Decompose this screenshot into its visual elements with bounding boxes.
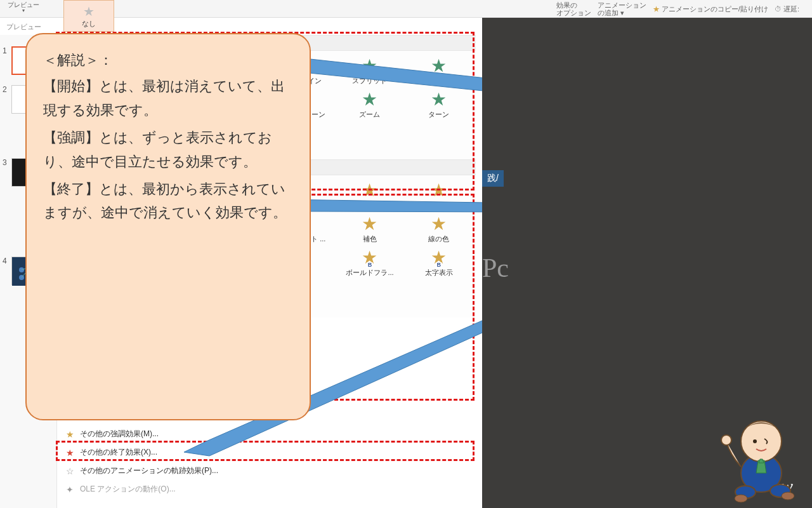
star-icon: ☆ <box>65 466 75 476</box>
callout-heading: ＜解説＞： <box>43 48 293 72</box>
none-label: なし <box>82 19 96 29</box>
svg-point-10 <box>741 421 782 462</box>
star-icon: ★B <box>431 249 447 267</box>
callout-p2: 【強調】とは、ずっと表示されており、途中で目立たせる効果です。 <box>43 126 293 173</box>
star-icon: ★ <box>65 448 75 458</box>
svg-point-11 <box>753 439 757 443</box>
ribbon: プレビュー ▾ 効果の オプション アニメーション の追加 ▾ ★ アニメーショ… <box>0 0 812 18</box>
emphasis-effect-11[interactable]: ★線の色 <box>404 213 473 246</box>
star-icon: ★ <box>362 182 377 199</box>
svg-point-18 <box>782 492 794 500</box>
star-icon: ★ <box>431 91 447 109</box>
decorative-text: Pc <box>482 253 509 283</box>
emphasis-effect-10[interactable]: ★補色 <box>336 213 405 246</box>
effect-options-button[interactable]: 効果の オプション <box>556 1 591 17</box>
add-animation-button[interactable]: アニメーション の追加 ▾ <box>598 1 646 17</box>
entrance-effect-4[interactable]: ★スプリット <box>336 55 405 88</box>
entrance-effect-5[interactable]: ★ワイプ <box>404 55 473 88</box>
emphasis-effect-5[interactable]: ★薄く <box>404 179 473 213</box>
delay-label: ⏱ 遅延: <box>775 5 799 13</box>
star-icon: ★ <box>362 57 377 75</box>
entrance-effect-11[interactable]: ★ターン <box>404 88 473 122</box>
preview-button[interactable]: プレビュー ▾ <box>8 1 39 14</box>
star-icon: ★ <box>362 215 377 233</box>
animation-copy-paste[interactable]: ★ アニメーションのコピー/貼り付け <box>653 5 768 13</box>
animation-none[interactable]: ★ なし <box>63 0 114 32</box>
emphasis-effect-17[interactable]: ★B太字表示 <box>404 246 473 280</box>
svg-point-14 <box>721 435 731 445</box>
more-motion-path-effects[interactable]: ☆ その他のアニメーションの軌跡効果(P)... <box>57 462 476 480</box>
callout-p1: 【開始】とは、最初は消えていて、出現する効果です。 <box>43 74 293 122</box>
star-icon: ★ <box>431 57 447 75</box>
entrance-effect-10[interactable]: ★ズーム <box>336 88 405 122</box>
svg-marker-13 <box>759 459 764 463</box>
star-icon: ★ <box>431 215 447 233</box>
star-icon: ★ <box>83 4 95 19</box>
more-emphasis-effects[interactable]: ★ その他の強調効果(M)... <box>57 425 476 443</box>
emphasis-effect-16[interactable]: ★Bボールドフラ... <box>336 246 405 280</box>
preview-small-label: プレビュー <box>6 22 41 32</box>
star-icon: ★B <box>362 249 377 267</box>
explanation-callout: ＜解説＞： 【開始】とは、最初は消えていて、出現する効果です。 【強調】とは、ず… <box>25 33 311 420</box>
decorative-tab: 践/ <box>482 170 504 187</box>
star-icon: ★ <box>362 91 377 109</box>
star-icon: ★ <box>431 182 447 199</box>
gear-icon: ✦ <box>65 485 75 495</box>
callout-p3: 【終了】とは、最初から表示されていますが、途中で消えていく効果です。 <box>43 177 293 225</box>
more-exit-effects[interactable]: ★ その他の終了効果(X)... <box>57 443 476 462</box>
star-icon: ★ <box>65 429 75 439</box>
mascot-character <box>691 410 806 505</box>
emphasis-effect-4[interactable]: ★拡大/収縮 <box>336 179 405 213</box>
svg-point-17 <box>735 495 747 502</box>
ole-action: ✦ OLE アクションの動作(O)... <box>57 480 476 498</box>
